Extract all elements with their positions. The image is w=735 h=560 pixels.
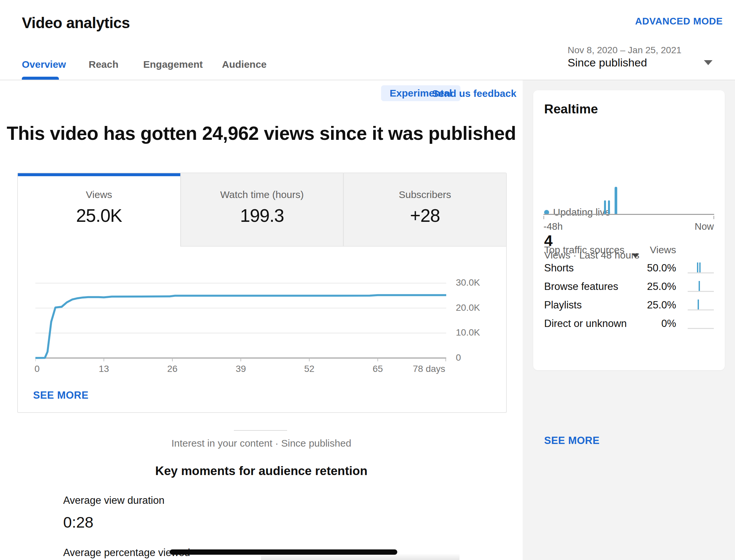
page-title: Video analytics [22, 14, 130, 32]
avg-view-duration-label: Average view duration [63, 495, 164, 506]
metric-label: Views [18, 189, 180, 200]
traffic-views-header: Views [650, 244, 676, 256]
metric-value: 199.3 [181, 205, 343, 226]
overview-metrics-card: Views 25.0K Watch time (hours) 199.3 Sub… [17, 173, 507, 413]
sparkline-tick [698, 300, 699, 309]
metric-tab-bar: Views 25.0K Watch time (hours) 199.3 Sub… [18, 173, 506, 247]
views-line-series [35, 295, 446, 358]
y-axis-label: 30.0K [456, 277, 480, 288]
metric-label: Watch time (hours) [181, 189, 343, 200]
traffic-source-label: Shorts [544, 262, 574, 274]
traffic-source-value: 0% [643, 318, 676, 330]
redacted-value-bar [170, 549, 397, 555]
metric-value: +28 [344, 205, 506, 226]
metric-label: Subscribers [344, 189, 506, 200]
metric-tab-subscribers[interactable]: Subscribers +28 [343, 173, 506, 247]
y-axis-label: 20.0K [456, 302, 480, 313]
tab-engagement[interactable]: Engagement [143, 59, 203, 70]
chevron-down-icon[interactable] [632, 254, 639, 258]
axis-tick [544, 216, 544, 219]
traffic-source-value: 25.0% [643, 281, 676, 293]
advanced-mode-link[interactable]: ADVANCED MODE [635, 16, 723, 27]
x-axis-label: 0 [34, 364, 40, 374]
realtime-bar [604, 200, 606, 214]
tab-reach[interactable]: Reach [89, 59, 118, 70]
tab-overview[interactable]: Overview [22, 59, 66, 70]
sparkline-tick [697, 262, 698, 272]
traffic-sources-header: Top traffic sources [544, 244, 625, 256]
realtime-bar-chart [544, 187, 714, 215]
realtime-title: Realtime [544, 102, 598, 116]
date-range-text: Nov 8, 2020 – Jan 25, 2021 [568, 45, 681, 56]
traffic-sparkline [688, 260, 714, 273]
cutoff-element [261, 554, 460, 560]
realtime-axis-end-label: Now [695, 221, 714, 232]
send-feedback-link[interactable]: Send us feedback [432, 88, 516, 99]
realtime-card: Realtime Updating live 4 Views · Last 48… [533, 90, 725, 370]
avg-view-duration-value: 0:28 [63, 513, 93, 531]
traffic-sparkline [688, 316, 714, 329]
y-axis-label: 0 [456, 352, 461, 363]
realtime-bar [608, 200, 610, 214]
traffic-source-label: Direct or unknown [544, 318, 627, 330]
traffic-source-value: 25.0% [643, 299, 676, 311]
x-axis-label: 52 [304, 364, 314, 374]
y-axis-label: 10.0K [456, 327, 480, 338]
x-axis-label: 78 days [413, 364, 445, 374]
views-line-chart [35, 283, 446, 362]
context-caption: Interest in your content · Since publish… [0, 438, 523, 449]
tab-audience[interactable]: Audience [222, 59, 266, 70]
traffic-source-label: Playlists [544, 299, 582, 311]
x-axis-label: 26 [167, 364, 177, 374]
realtime-axis-start-label: -48h [544, 221, 563, 232]
chevron-down-icon[interactable] [704, 60, 713, 65]
right-sidebar: Realtime Updating live 4 Views · Last 48… [523, 80, 735, 560]
traffic-source-label: Browse features [544, 281, 618, 293]
metric-value: 25.0K [18, 205, 180, 226]
date-preset-selector[interactable]: Since published [568, 56, 647, 69]
key-moments-title: Key moments for audience retention [0, 464, 523, 478]
realtime-bar [615, 187, 617, 214]
traffic-sparkline [688, 297, 714, 310]
x-axis-label: 65 [373, 364, 383, 374]
sparkline-tick [699, 281, 700, 291]
metric-tab-watch-time[interactable]: Watch time (hours) 199.3 [180, 173, 343, 247]
traffic-source-value: 50.0% [643, 262, 676, 274]
realtime-see-more-link[interactable]: SEE MORE [544, 435, 600, 447]
section-divider [234, 430, 287, 431]
analytics-headline: This video has gotten 24,962 views since… [0, 122, 523, 144]
axis-tick [714, 216, 714, 219]
traffic-sparkline [688, 279, 714, 292]
see-more-link[interactable]: SEE MORE [33, 389, 89, 401]
x-axis-label: 39 [235, 364, 246, 374]
sparkline-tick [699, 262, 701, 272]
metric-tab-views[interactable]: Views 25.0K [18, 173, 180, 247]
x-axis-label: 13 [99, 364, 109, 374]
